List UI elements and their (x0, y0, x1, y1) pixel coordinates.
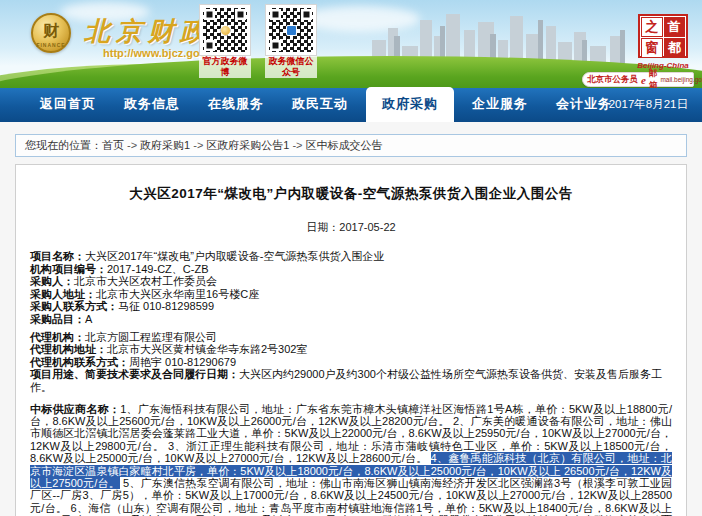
weibo-qr-label: 官方政务微博 (199, 56, 251, 78)
breadcrumb-separator: -> (127, 139, 137, 151)
finance-coin-logo[interactable]: 财 FINANCE (31, 13, 71, 53)
field-value: 北京市大兴区黄村镇金华寺东路2号302室 (107, 343, 307, 355)
breadcrumb-links: 首页->政府采购1->区政府采购公告1->区中标成交公告 (102, 138, 383, 153)
field-label: 代理机构联系方式： (30, 356, 129, 368)
seal-char: 首 (664, 17, 686, 37)
qr-image (266, 5, 316, 55)
field-value: 北京市大兴区农村工作委员会 (74, 275, 217, 287)
field-label: 代理机构地址： (30, 343, 107, 355)
nav-item[interactable]: 返回首页 (26, 87, 110, 122)
wechat-icon (286, 25, 297, 36)
date-label: 日期： (306, 221, 339, 233)
capital-window-seal-logo[interactable]: 之 首 窗 都 (638, 14, 688, 58)
breadcrumb-link[interactable]: 区政府采购公告1 (206, 139, 289, 151)
field-row: 采购人联系方式：马征 010-81298599 (30, 300, 672, 313)
field-value: 北京市大兴区永华南里16号楼C座 (96, 288, 259, 300)
field-label: 代理机构： (30, 331, 85, 343)
site-title[interactable]: 北京财政 (84, 14, 212, 49)
field-value: 大兴区2017年“煤改电”户内取暖设备-空气源热泵供货入围企业 (85, 250, 384, 262)
field-row: 代理机构联系方式：周艳宇 010-81290679 (30, 356, 672, 369)
field-label: 采购品目： (30, 313, 85, 325)
announcement-title: 大兴区2017年“煤改电”户内取暖设备-空气源热泵供货入围企业入围公告 (30, 185, 672, 203)
field-value: A (85, 313, 92, 325)
field-label: 机构项目编号： (30, 263, 107, 275)
field-label: 采购人： (30, 275, 74, 287)
announcement-content-box: 大兴区2017年“煤改电”户内取暖设备-空气源热泵供货入围企业入围公告 日期：2… (15, 164, 687, 516)
field-value: 2017-149-CZ、C-ZB (107, 263, 208, 275)
field-row: 代理机构地址：北京市大兴区黄村镇金华寺东路2号302室 (30, 343, 672, 356)
main-nav-bar: 返回首页政务信息在线服务政民互动政府采购企业服务会计业务 2017年8月21日 (0, 88, 702, 122)
breadcrumb-prefix: 您现在的位置： (25, 138, 102, 153)
breadcrumb-separator: -> (292, 139, 302, 151)
coin-subtext: FINANCE (33, 42, 69, 48)
nav-items: 返回首页政务信息在线服务政民互动政府采购企业服务会计业务 (0, 88, 626, 122)
seal-char: 之 (641, 17, 663, 37)
seal-char: 都 (664, 38, 686, 58)
winning-suppliers-paragraph: 中标供应商名称：1、广东海悟科技有限公司，地址：广东省东莞市樟木头镇樟洋社区海悟… (30, 403, 672, 516)
field-row: 项目名称：大兴区2017年“煤改电”户内取暖设备-空气源热泵供货入围企业 (30, 250, 672, 263)
nav-item[interactable]: 政民互动 (278, 87, 362, 122)
site-header-banner: 财 FINANCE 北京财政 http://www.bjcz.gov.cn 官方… (0, 0, 702, 88)
weibo-qr-code: 官方政务微博 (199, 5, 251, 71)
field-label: 采购人地址： (30, 288, 96, 300)
nav-item[interactable]: 政务信息 (110, 87, 194, 122)
seal-subtitle: Beijing-China (634, 61, 692, 70)
field-label: 项目用途、简要技术要求及合同履行日期： (30, 368, 239, 380)
email-banner-text: 北京市公务员 (587, 74, 638, 86)
email-banner-text2: 邮箱 (649, 68, 658, 89)
breadcrumb-link[interactable]: 政府采购1 (140, 139, 190, 151)
nav-item[interactable]: 在线服务 (194, 87, 278, 122)
field-label: 采购人联系方式： (30, 300, 118, 312)
date-value: 2017-05-22 (339, 221, 395, 233)
nav-item[interactable]: 政府采购 (366, 87, 454, 122)
current-date: 2017年8月21日 (609, 97, 688, 112)
field-row: 采购人地址：北京市大兴区永华南里16号楼C座 (30, 288, 672, 301)
wechat-qr-code: 政务微信公众号 (265, 5, 317, 71)
field-label: 项目名称： (30, 250, 85, 262)
email-banner-url: mail.beijing.gov.cn (660, 76, 702, 83)
field-value: 周艳宇 010-81290679 (129, 356, 236, 368)
nav-item[interactable]: 企业服务 (458, 87, 542, 122)
breadcrumb-link: 区中标成交公告 (306, 139, 383, 151)
field-value: 马征 010-81298599 (118, 300, 214, 312)
seal-char: 窗 (641, 38, 663, 58)
page: 财 FINANCE 北京财政 http://www.bjcz.gov.cn 官方… (0, 0, 702, 516)
field-value: 北京方圆工程监理有限公司 (85, 331, 217, 343)
coin-character: 财 (33, 21, 69, 42)
email-e-icon: e (641, 74, 646, 86)
field-row: 代理机构：北京方圆工程监理有限公司 (30, 331, 672, 344)
breadcrumb-link[interactable]: 首页 (102, 139, 124, 151)
qr-image (200, 5, 250, 55)
announcement-date: 日期：2017-05-22 (30, 220, 672, 235)
field-row: 采购品目：A (30, 313, 672, 326)
field-row: 采购人：北京市大兴区农村工作委员会 (30, 275, 672, 288)
field-row: 机构项目编号：2017-149-CZ、C-ZB (30, 263, 672, 276)
wechat-qr-label: 政务微信公众号 (265, 56, 317, 78)
suppliers-label: 中标供应商名称： (30, 403, 120, 415)
breadcrumb: 您现在的位置： 首页->政府采购1->区政府采购公告1->区中标成交公告 (15, 134, 687, 157)
suppliers-segments: 1、广东海悟科技有限公司，地址：广东省东莞市樟木头镇樟洋社区海悟路1号A栋，单价… (30, 403, 672, 516)
civil-servant-email-banner[interactable]: 北京市公务员 e 邮箱 mail.beijing.gov.cn (582, 72, 694, 87)
field-row: 项目用途、简要技术要求及合同履行日期：大兴区内约29000户及约300个村级公益… (30, 368, 672, 393)
project-fields: 项目名称：大兴区2017年“煤改电”户内取暖设备-空气源热泵供货入围企业机构项目… (30, 250, 672, 394)
breadcrumb-separator: -> (193, 139, 203, 151)
weibo-icon (220, 25, 231, 36)
